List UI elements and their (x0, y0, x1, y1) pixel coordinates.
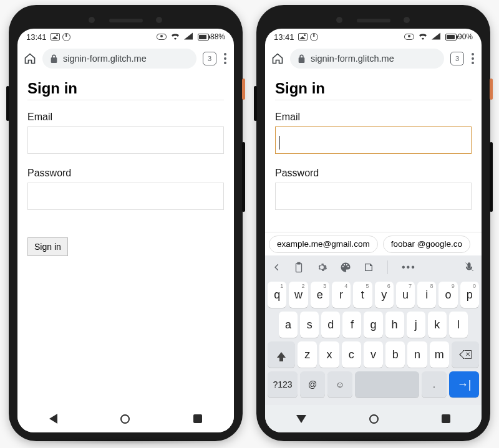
nav-recent[interactable] (193, 414, 202, 423)
sticker-icon[interactable] (364, 262, 374, 272)
key-x[interactable]: x (319, 341, 339, 368)
key-a[interactable]: a (279, 312, 298, 338)
cellular-icon (432, 32, 440, 42)
clipboard-icon[interactable] (294, 262, 304, 273)
key-g[interactable]: g (364, 312, 382, 338)
visibility-icon (157, 34, 167, 40)
autofill-suggestions: example.me@gmail.comfoobar @google.co (265, 232, 482, 255)
tab-count[interactable]: 3 (203, 52, 216, 65)
key-q[interactable]: q1 (268, 282, 286, 308)
status-bar: 13:4190% (265, 29, 482, 45)
nav-recent[interactable] (442, 414, 450, 423)
alarm-icon (310, 33, 318, 41)
key-symbols[interactable]: ?123 (268, 371, 298, 398)
key-v[interactable]: v (364, 341, 383, 368)
key-f[interactable]: f (342, 312, 361, 338)
nav-back[interactable] (49, 414, 57, 424)
palette-icon[interactable] (340, 262, 351, 273)
key-z[interactable]: z (298, 341, 317, 368)
key-b[interactable]: b (385, 341, 405, 368)
nav-home[interactable] (120, 414, 130, 424)
key-space[interactable] (355, 371, 419, 398)
key-l[interactable]: l (449, 312, 468, 338)
suggestion-chip[interactable]: foobar @google.co (383, 236, 470, 253)
soft-keyboard: q1w2e3r4t5y6u7i8o9p0asdfghjklzxcvbnm✕?12… (265, 279, 482, 405)
email-label: Email (27, 112, 224, 123)
key-d[interactable]: d (321, 312, 340, 338)
key-period[interactable]: . (422, 371, 447, 398)
key-j[interactable]: j (407, 312, 425, 338)
key-shift[interactable] (268, 341, 295, 368)
alarm-icon (62, 33, 70, 41)
key-h[interactable]: h (385, 312, 404, 338)
battery-percent: 88% (210, 32, 225, 41)
cellular-icon (184, 32, 193, 42)
android-navbar (265, 405, 482, 432)
url-text: signin-form.glitch.me (63, 54, 147, 64)
email-field[interactable] (275, 126, 472, 154)
browser-toolbar: signin-form.glitch.me3 (265, 45, 482, 72)
lock-icon (298, 54, 306, 64)
email-field[interactable] (27, 126, 224, 154)
key-t[interactable]: t5 (353, 282, 372, 308)
overflow-menu-icon[interactable] (470, 53, 475, 64)
gear-icon[interactable] (316, 262, 327, 273)
key-u[interactable]: u7 (396, 282, 415, 308)
nav-back[interactable] (296, 415, 306, 423)
key-e[interactable]: e3 (311, 282, 329, 308)
password-field[interactable] (27, 183, 224, 210)
page-title: Sign in (275, 80, 472, 97)
key-n[interactable]: n (407, 341, 427, 368)
keyboard-toolbar: ••• (265, 255, 482, 279)
tab-count[interactable]: 3 (450, 52, 464, 65)
home-icon[interactable] (271, 52, 284, 65)
page-content: Sign inEmailPasswordSign in (17, 72, 234, 405)
enter-icon: →| (457, 378, 472, 391)
triangle-left-icon (49, 414, 57, 424)
status-time: 13:41 (26, 32, 47, 42)
key-o[interactable]: o9 (438, 282, 457, 308)
key-k[interactable]: k (428, 312, 447, 338)
address-bar[interactable]: signin-form.glitch.me (290, 49, 444, 69)
key-enter[interactable]: →| (449, 371, 479, 398)
password-label: Password (27, 168, 224, 179)
url-text: signin-form.glitch.me (311, 54, 394, 64)
key-p[interactable]: p0 (460, 282, 479, 308)
phone-right: 13:4190%signin-form.glitch.me3Sign inEma… (256, 5, 490, 441)
password-field[interactable] (275, 183, 472, 210)
text-cursor (279, 136, 280, 150)
key-emoji[interactable]: ☺ (327, 371, 352, 398)
battery-indicator: 88% (196, 32, 225, 41)
wifi-icon (170, 32, 180, 42)
key-i[interactable]: i8 (417, 282, 436, 308)
more-icon[interactable]: ••• (402, 262, 416, 273)
screenshot-icon (51, 33, 60, 41)
key-backspace[interactable]: ✕ (452, 341, 479, 368)
phone-left: 13:4188%signin-form.glitch.me3Sign inEma… (9, 5, 243, 441)
status-time: 13:41 (274, 32, 294, 42)
overflow-menu-icon[interactable] (223, 53, 228, 64)
chevron-down-icon (296, 415, 306, 423)
key-w[interactable]: w2 (289, 282, 308, 308)
battery-indicator: 90% (444, 32, 473, 41)
screen: 13:4188%signin-form.glitch.me3Sign inEma… (17, 29, 234, 432)
home-icon[interactable] (24, 52, 36, 65)
key-s[interactable]: s (300, 312, 319, 338)
nav-home[interactable] (369, 414, 379, 424)
key-m[interactable]: m (430, 341, 449, 368)
battery-percent: 90% (458, 32, 473, 41)
visibility-icon (404, 34, 414, 40)
key-at[interactable]: @ (300, 371, 325, 398)
address-bar[interactable]: signin-form.glitch.me (42, 49, 196, 69)
chevron-left-icon[interactable] (273, 263, 281, 272)
emoji-icon: ☺ (336, 379, 344, 389)
key-c[interactable]: c (342, 341, 361, 368)
key-y[interactable]: y6 (375, 282, 394, 308)
suggestion-chip[interactable]: example.me@gmail.com (269, 236, 378, 253)
key-r[interactable]: r4 (332, 282, 351, 308)
signin-button[interactable]: Sign in (27, 237, 68, 256)
page-title: Sign in (27, 80, 224, 97)
mic-off-icon[interactable] (464, 262, 474, 273)
android-navbar (17, 405, 234, 432)
wifi-icon (418, 32, 428, 42)
